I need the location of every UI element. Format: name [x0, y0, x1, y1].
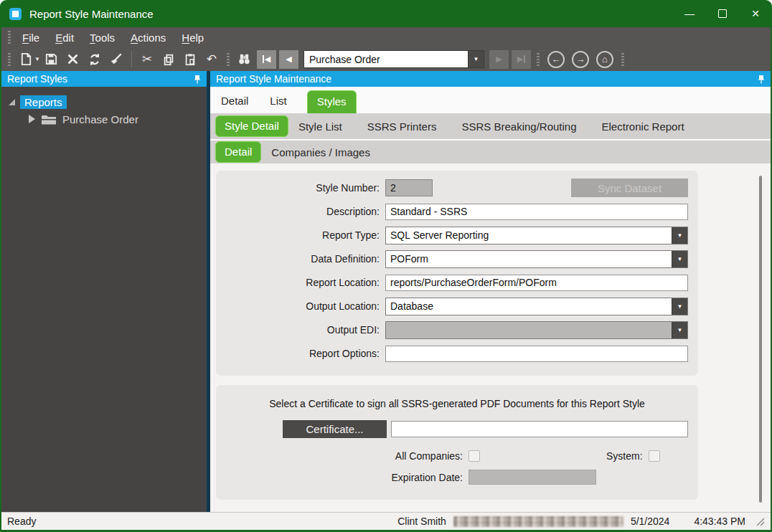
certificate-field[interactable]	[391, 421, 688, 437]
menu-file[interactable]: File	[14, 32, 47, 44]
output-edi-field[interactable]	[386, 322, 672, 338]
toolbar-grip-2[interactable]	[227, 53, 230, 66]
menu-edit[interactable]: Edit	[47, 32, 82, 44]
new-button[interactable]	[16, 49, 36, 69]
output-location-field[interactable]	[386, 298, 672, 315]
output-location-label: Output Location:	[226, 300, 385, 312]
forward-arrow-icon: →	[575, 54, 585, 65]
tab-row-styles: Style Detail Style List SSRS Printers SS…	[210, 113, 771, 139]
tab-row-style-detail: Detail Companies / Images	[210, 141, 771, 163]
clean-button[interactable]	[106, 49, 126, 69]
report-styles-tree: Reports Purchase Order	[1, 87, 207, 512]
report-type-combo: ▼	[385, 227, 688, 244]
report-styles-panel-title: Report Styles	[7, 73, 194, 85]
report-location-field[interactable]	[385, 275, 688, 291]
output-edi-dropdown-button[interactable]: ▼	[672, 322, 687, 338]
status-bar: Ready Clint Smith 5/1/2024 4:43:43 PM	[1, 512, 771, 530]
minimize-button[interactable]: —	[673, 0, 706, 27]
tab-detail[interactable]: Detail	[220, 95, 250, 113]
tree-node-purchase-order[interactable]: Purchase Order	[1, 110, 207, 128]
undo-icon: ↶	[207, 53, 217, 65]
delete-button[interactable]	[63, 49, 83, 69]
data-definition-combo: ▼	[385, 250, 688, 268]
tree-node-reports[interactable]: Reports	[1, 93, 207, 110]
toolbar-grip[interactable]	[8, 53, 11, 66]
sync-dataset-button[interactable]: Sync Dataset	[571, 179, 688, 197]
menubar-grip[interactable]	[8, 31, 11, 44]
report-styles-panel-header: Report Styles	[1, 71, 207, 87]
back-button[interactable]: ←	[547, 51, 565, 68]
certificate-panel: Select a Certificate to sign all SSRS-ge…	[216, 385, 698, 500]
all-companies-checkbox[interactable]	[469, 450, 480, 462]
status-user: Clint Smith	[397, 516, 446, 527]
report-type-dropdown-button[interactable]: ▼	[672, 227, 687, 244]
pin-icon-2[interactable]	[758, 75, 765, 84]
close-button[interactable]: ✕	[739, 0, 772, 27]
toolbar-grip-4[interactable]	[621, 53, 624, 66]
paste-button[interactable]	[180, 49, 200, 69]
toolbar-separator	[131, 51, 132, 68]
tab-detail-inner[interactable]: Detail	[215, 141, 261, 163]
redacted-info	[453, 516, 623, 527]
refresh-button[interactable]	[85, 49, 105, 69]
expiration-date-field[interactable]	[469, 470, 596, 485]
main-panel: Report Style Maintenance Detail List Sty…	[210, 71, 771, 512]
cut-button[interactable]: ✂	[137, 49, 157, 69]
new-dropdown-caret-icon[interactable]: ▼	[34, 56, 40, 62]
menu-actions[interactable]: Actions	[123, 32, 174, 44]
last-record-button[interactable]: ▶	[512, 50, 531, 69]
tab-electronic-report[interactable]: Electronic Report	[601, 120, 686, 133]
next-record-icon: ▶	[496, 54, 502, 64]
report-options-label: Report Options:	[226, 348, 385, 359]
scrollbar-thumb[interactable]	[759, 176, 762, 503]
system-checkbox[interactable]	[649, 450, 660, 462]
scrollbar-track[interactable]	[761, 172, 769, 506]
tab-list[interactable]: List	[268, 95, 288, 113]
menu-tools[interactable]: Tools	[82, 32, 123, 44]
report-type-field[interactable]	[386, 227, 672, 244]
report-options-field[interactable]	[385, 346, 688, 362]
data-definition-field[interactable]	[386, 251, 672, 267]
home-button[interactable]: ⌂	[596, 51, 613, 68]
record-selector-dropdown-button[interactable]: ▼	[468, 51, 484, 67]
output-edi-combo: ▼	[385, 321, 688, 339]
status-date: 5/1/2024	[631, 516, 670, 527]
back-arrow-icon: ←	[551, 54, 560, 65]
save-icon	[44, 52, 58, 66]
broom-icon	[109, 52, 123, 66]
copy-button[interactable]	[159, 49, 179, 69]
paste-icon	[184, 53, 197, 66]
window-title: Report Style Maintenance	[29, 8, 154, 20]
maximize-button[interactable]	[706, 0, 739, 27]
first-record-icon	[263, 55, 264, 63]
expand-collapse-icon[interactable]	[9, 99, 15, 105]
style-number-field[interactable]	[385, 179, 433, 196]
tab-styles[interactable]: Styles	[307, 90, 357, 113]
tab-companies-images[interactable]: Companies / Images	[270, 146, 372, 158]
tab-ssrs-printers[interactable]: SSRS Printers	[366, 120, 438, 133]
find-button[interactable]	[235, 49, 255, 69]
data-definition-dropdown-button[interactable]: ▼	[672, 251, 687, 267]
pin-icon[interactable]	[194, 75, 201, 84]
forward-button[interactable]: →	[572, 51, 589, 68]
description-field[interactable]	[385, 204, 688, 220]
main-panel-title: Report Style Maintenance	[216, 73, 758, 85]
record-selector: ▼	[303, 50, 484, 68]
undo-button[interactable]: ↶	[202, 49, 222, 69]
expand-icon[interactable]	[29, 115, 35, 123]
menu-help[interactable]: Help	[174, 32, 212, 44]
toolbar-grip-3[interactable]	[537, 53, 540, 66]
resize-grip-icon[interactable]	[755, 517, 765, 526]
style-detail-content: Style Number: Sync Dataset Description: …	[210, 163, 771, 512]
previous-record-button[interactable]: ◀	[279, 50, 298, 69]
first-record-button[interactable]: ◀	[257, 50, 276, 69]
tab-style-detail[interactable]: Style Detail	[215, 115, 288, 137]
record-selector-input[interactable]	[304, 51, 468, 67]
save-button[interactable]	[42, 49, 62, 69]
tab-style-list[interactable]: Style List	[297, 120, 344, 133]
tab-ssrs-breaking-routing[interactable]: SSRS Breaking/Routing	[460, 120, 578, 133]
main-panel-header: Report Style Maintenance	[210, 71, 771, 87]
certificate-button[interactable]: Certificate...	[283, 420, 387, 438]
next-record-button[interactable]: ▶	[489, 50, 509, 69]
output-location-dropdown-button[interactable]: ▼	[672, 298, 687, 315]
